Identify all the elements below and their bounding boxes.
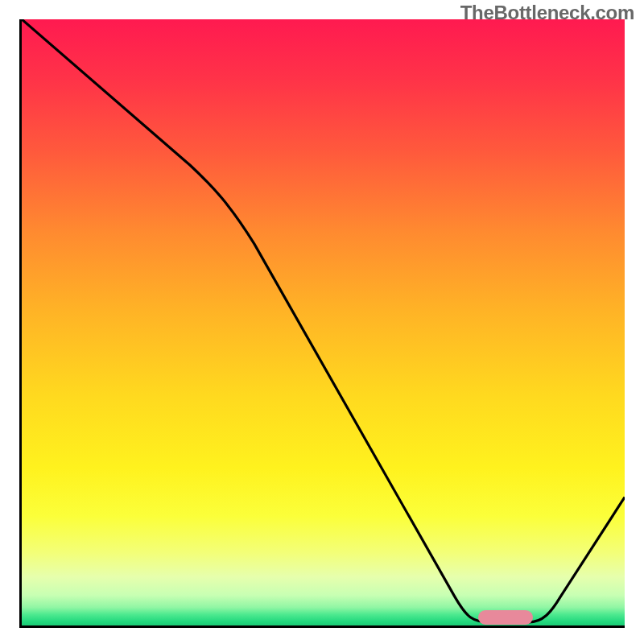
gradient-background <box>22 19 625 625</box>
optimal-marker <box>478 610 533 625</box>
chart-frame: TheBottleneck.com <box>0 0 644 644</box>
svg-rect-0 <box>22 19 625 625</box>
plot-area <box>19 19 625 628</box>
